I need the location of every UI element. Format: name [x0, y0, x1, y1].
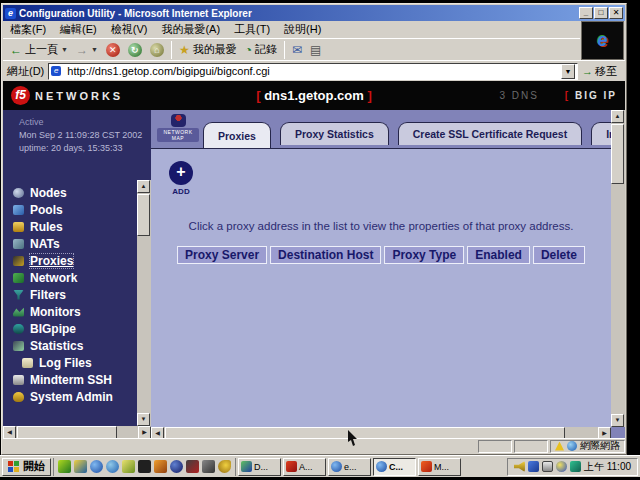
task-button-2[interactable]: A... — [283, 458, 326, 476]
menu-tools[interactable]: 工具(T) — [227, 21, 277, 38]
history-button[interactable]: ◔ 記錄 — [241, 41, 281, 58]
sidebar-item-proxies[interactable]: Proxies — [13, 252, 113, 269]
sidebar-item-label: BIGpipe — [30, 322, 76, 336]
sidebar-vertical-scrollbar[interactable]: ▲ ▼ — [137, 180, 151, 426]
col-destination-host[interactable]: Destination Host — [270, 246, 381, 264]
status-text: Active — [19, 116, 147, 129]
warning-icon — [555, 442, 564, 451]
add-icon[interactable]: + — [169, 161, 193, 185]
log-files-icon — [22, 358, 33, 368]
sidebar-item-network[interactable]: Network — [13, 269, 113, 286]
menu-favorites[interactable]: 我的最愛(A) — [154, 21, 227, 38]
mail-button[interactable]: ✉ — [288, 42, 306, 58]
sidebar-item-mindterm-ssh[interactable]: Mindterm SSH — [13, 371, 113, 388]
sidebar-item-filters[interactable]: Filters — [13, 286, 113, 303]
col-enabled[interactable]: Enabled — [467, 246, 530, 264]
taskbar: 開始 D... A... e... C... M... 上午 11:00 — [0, 455, 640, 477]
network-map-button[interactable]: NETWORK MAP — [157, 114, 199, 142]
tray-icon[interactable] — [556, 461, 567, 472]
security-zone-pane: 網際網路 — [550, 440, 625, 453]
forward-icon: → — [76, 43, 88, 57]
quick-launch-icon[interactable] — [58, 460, 71, 473]
back-button[interactable]: ← 上一頁 ▼ — [6, 41, 72, 58]
add-button[interactable]: + ADD — [169, 161, 193, 196]
sidebar-item-pools[interactable]: Pools — [13, 201, 113, 218]
task-icon — [331, 461, 342, 472]
nav-3dns-link[interactable]: 3 DNS — [499, 90, 538, 101]
quick-launch-icon[interactable] — [170, 460, 183, 473]
tab-create-ssl-certificate-request[interactable]: Create SSL Certificate Request — [398, 122, 582, 145]
refresh-icon: ↻ — [128, 43, 142, 57]
sidebar-item-label: Monitors — [30, 305, 81, 319]
quick-launch-icon[interactable] — [106, 460, 119, 473]
forward-dropdown-icon[interactable]: ▼ — [91, 46, 98, 53]
display-icon[interactable] — [542, 461, 553, 472]
scroll-up-icon[interactable]: ▲ — [611, 110, 624, 123]
quick-launch-icon[interactable] — [90, 460, 103, 473]
sidebar-item-log-files[interactable]: Log Files — [13, 354, 113, 371]
sidebar-item-rules[interactable]: Rules — [13, 218, 113, 235]
favorites-button[interactable]: ★ 我的最愛 — [175, 41, 241, 58]
nav-bigip-link[interactable]: [ BIG IP — [565, 90, 617, 101]
task-label: e... — [344, 462, 357, 472]
address-field[interactable]: e ▼ — [48, 63, 578, 80]
sidebar-item-monitors[interactable]: Monitors — [13, 303, 113, 320]
tray-icon[interactable] — [570, 461, 581, 472]
refresh-button[interactable]: ↻ — [124, 42, 146, 58]
tab-proxy-statistics[interactable]: Proxy Statistics — [280, 122, 389, 145]
menu-view[interactable]: 檢視(V) — [104, 21, 155, 38]
tray-icon[interactable] — [528, 461, 539, 472]
stop-button[interactable]: ✕ — [102, 42, 124, 58]
tab-proxies[interactable]: Proxies — [203, 122, 271, 148]
maximize-button[interactable]: □ — [594, 7, 608, 19]
filters-icon — [13, 290, 24, 300]
sidebar: Active Mon Sep 2 11:09:28 CST 2002 uptim… — [3, 110, 151, 441]
sidebar-item-nats[interactable]: NATs — [13, 235, 113, 252]
home-button[interactable]: ⌂ — [146, 42, 168, 58]
sidebar-item-system-admin[interactable]: System Admin — [13, 388, 113, 405]
volume-icon[interactable] — [514, 461, 525, 472]
scroll-thumb[interactable] — [611, 124, 624, 184]
hostname-text: dns1.getop.com — [264, 88, 364, 103]
title-bar[interactable]: e Configuration Utility - Microsoft Inte… — [3, 5, 625, 21]
address-input[interactable] — [67, 65, 558, 78]
quick-launch-icon[interactable] — [218, 460, 231, 473]
quick-launch-icon[interactable] — [202, 460, 215, 473]
sidebar-item-bigpipe[interactable]: BIGpipe — [13, 320, 113, 337]
col-proxy-type[interactable]: Proxy Type — [384, 246, 464, 264]
start-button[interactable]: 開始 — [2, 458, 51, 476]
menu-file[interactable]: 檔案(F) — [3, 21, 53, 38]
clock[interactable]: 上午 11:00 — [584, 460, 631, 474]
scroll-down-icon[interactable]: ▼ — [611, 414, 624, 427]
quick-launch-icon[interactable] — [74, 460, 87, 473]
task-button-1[interactable]: D... — [238, 458, 281, 476]
go-button[interactable]: → 移至 — [582, 64, 621, 79]
page-vertical-scrollbar[interactable]: ▲ ▼ — [611, 110, 625, 427]
forward-button[interactable]: → ▼ — [72, 42, 102, 58]
address-dropdown-icon[interactable]: ▼ — [561, 64, 575, 79]
scroll-up-icon[interactable]: ▲ — [137, 180, 150, 193]
quick-launch-icon[interactable] — [122, 460, 135, 473]
add-label: ADD — [169, 187, 193, 196]
bracket-right: ] — [367, 88, 371, 103]
browser-toolbar: ← 上一頁 ▼ → ▼ ✕ ↻ ⌂ ★ 我的最愛 ◔ — [3, 38, 580, 60]
back-dropdown-icon[interactable]: ▼ — [61, 46, 68, 53]
task-button-3[interactable]: e... — [328, 458, 371, 476]
minimize-button[interactable]: _ — [579, 7, 593, 19]
task-button-4[interactable]: C... — [373, 458, 416, 476]
quick-launch-icon[interactable] — [186, 460, 199, 473]
sidebar-item-statistics[interactable]: Statistics — [13, 337, 113, 354]
scroll-thumb[interactable] — [137, 194, 150, 236]
print-button[interactable]: ▤ — [306, 42, 325, 58]
sidebar-item-nodes[interactable]: Nodes — [13, 184, 113, 201]
close-button[interactable]: ✕ — [609, 7, 623, 19]
col-delete[interactable]: Delete — [533, 246, 585, 264]
col-proxy-server[interactable]: Proxy Server — [177, 246, 267, 264]
task-button-5[interactable]: M... — [418, 458, 461, 476]
scroll-down-icon[interactable]: ▼ — [137, 413, 150, 426]
quick-launch-icon[interactable] — [154, 460, 167, 473]
quick-launch-icon[interactable] — [138, 460, 151, 473]
menu-help[interactable]: 說明(H) — [277, 21, 328, 38]
menu-edit[interactable]: 編輯(E) — [53, 21, 104, 38]
tab-install-ssl-certificate[interactable]: Install SSL Certific — [591, 122, 611, 145]
